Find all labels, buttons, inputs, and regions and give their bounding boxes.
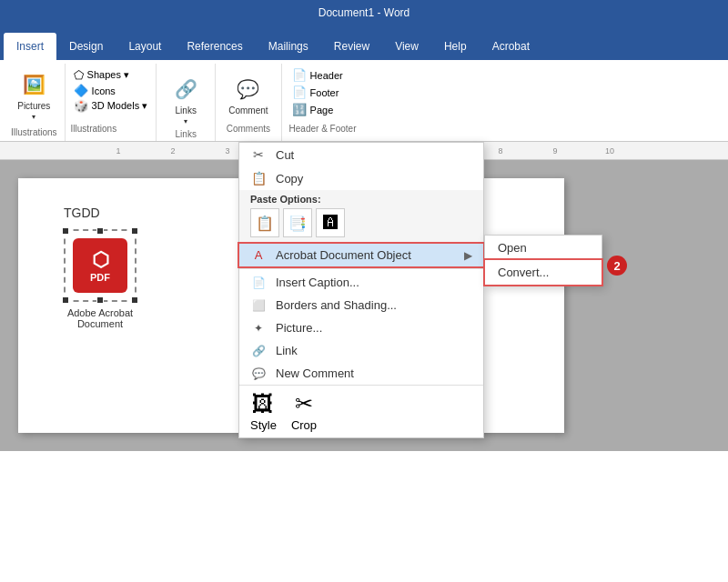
tab-mailings[interactable]: Mailings [256,33,321,60]
icons-icon: 🔷 [74,84,88,97]
borders-icon: ⬜ [250,299,267,312]
handle-tl[interactable] [62,227,69,235]
handle-tm[interactable] [96,227,104,235]
acrobat-submenu: Open Convert... 2 [484,235,602,286]
header-group-label: Header & Footer [289,124,357,137]
crop-label: Crop [291,418,317,432]
pdf-embedded-object[interactable]: ⬡ PDF Adobe AcrobatDocument [64,229,136,329]
comment-button[interactable]: 💬 Comment [223,71,273,119]
style-icon: 🖼 [252,391,274,416]
paste-options-label: Paste Options: [250,194,472,205]
acrobat-icon: A [250,248,267,262]
links-group-label: Links [176,129,197,143]
links-arrow: ▾ [184,117,187,125]
shapes-icon: ⬠ [74,68,84,82]
cut-icon: ✂ [250,147,267,162]
ribbon-group-comments: 💬 Comment Comments [216,64,281,141]
header-icon: 📄 [292,68,307,82]
ctx-cut[interactable]: ✂ Cut [239,143,483,166]
submenu-open[interactable]: Open [485,236,602,260]
handle-br[interactable] [131,296,138,304]
handle-tr[interactable] [131,227,138,235]
context-menu: ✂ Cut 📋 Copy Paste Options: 📋 📑 🅰 A Acro… [238,142,484,438]
comment-label: Comment [228,105,268,115]
3d-label: 3D Models ▾ [92,100,148,112]
borders-label: Borders and Shading... [276,298,397,312]
pictures-arrow: ▾ [32,113,35,121]
ruler-mark-1: 1 [91,146,146,156]
tab-references[interactable]: References [174,33,255,60]
style-label: Style [250,418,277,432]
tab-help[interactable]: Help [431,33,480,60]
ctx-link[interactable]: 🔗 Link [239,339,483,362]
ctx-picture[interactable]: ✦ Picture... [239,316,483,339]
style-button[interactable]: 🖼 Style [250,391,277,432]
handle-bm[interactable] [96,296,104,304]
footer-label: Footer [310,87,339,98]
page-label: Page [310,105,334,115]
ribbon-tabs: Insert Design Layout References Mailings… [0,25,728,60]
insert-caption-label: Insert Caption... [276,276,359,289]
header-button[interactable]: 📄 Header [289,67,357,83]
ruler-mark-10: 10 [582,146,637,156]
page-number-button[interactable]: 🔢 Page [289,102,357,117]
tab-insert[interactable]: Insert [4,33,56,60]
icons-button[interactable]: 🔷 Icons [71,83,151,98]
tab-layout[interactable]: Layout [116,33,174,60]
link-icon: 🔗 [250,345,267,357]
new-comment-label: New Comment [276,366,354,380]
link-label: Link [276,344,298,357]
shapes-button[interactable]: ⬠ Shapes ▾ [71,67,151,83]
ribbon: 🖼️ Pictures ▾ Illustrations ⬠ Shapes ▾ 🔷… [0,60,728,142]
crop-button[interactable]: ✂ Crop [291,391,317,432]
ribbon-group-pictures: 🖼️ Pictures ▾ Illustrations [4,64,66,141]
acrobat-doc-label: Acrobat Document Object [276,248,411,262]
pdf-icon-label: PDF [90,272,110,283]
tab-design[interactable]: Design [56,33,116,60]
ctx-acrobat-doc-object[interactable]: A Acrobat Document Object ▶ [239,244,483,266]
paste-icon-3[interactable]: 🅰 [316,208,345,237]
tab-view[interactable]: View [382,33,431,60]
footer-button[interactable]: 📄 Footer [289,85,357,100]
footer-icon: 📄 [292,85,307,99]
pictures-button[interactable]: 🖼️ Pictures ▾ [12,66,56,125]
submenu-convert[interactable]: Convert... [485,260,602,285]
3d-icon: 🎲 [74,99,88,113]
tab-acrobat[interactable]: Acrobat [480,33,542,60]
illustrations-group: ⬠ Shapes ▾ 🔷 Icons 🎲 3D Models ▾ Illustr… [66,64,157,141]
handle-bl[interactable] [62,296,69,304]
style-crop-toolbar: 🖼 Style ✂ Crop [239,385,483,437]
pictures-icons: 🖼️ Pictures ▾ [12,64,56,127]
cut-label: Cut [276,148,294,162]
3d-models-button[interactable]: 🎲 3D Models ▾ [71,98,151,114]
links-label: Links [176,105,197,115]
submenu-arrow: ▶ [464,249,472,262]
links-button[interactable]: 🔗 Links ▾ [166,71,206,129]
pdf-icon: ⬡ PDF [73,238,127,293]
title-bar: Document1 - Word [0,0,728,25]
ctx-new-comment[interactable]: 💬 New Comment [239,362,483,385]
paste-icon-1[interactable]: 📋 [250,208,279,237]
pdf-selection-border: ⬡ PDF [64,229,136,302]
picture-label: Picture... [276,321,322,335]
crop-icon: ✂ [295,391,313,416]
ctx-borders-shading[interactable]: ⬜ Borders and Shading... [239,294,483,316]
links-icon: 🔗 [171,75,200,104]
header-label: Header [310,70,343,81]
page-icon: 🔢 [292,103,307,116]
copy-icon: 📋 [250,171,267,186]
paste-icon-2[interactable]: 📑 [283,208,312,237]
copy-label: Copy [276,172,303,186]
shapes-label: Shapes ▾ [87,69,129,81]
pictures-group-label: Illustrations [11,127,57,141]
ctx-insert-caption[interactable]: 📄 Insert Caption... [239,271,483,294]
caption-icon: 📄 [250,276,267,289]
illustrations-label: Illustrations [71,124,151,137]
new-comment-icon: 💬 [250,367,267,380]
picture-icon: ✦ [250,322,267,335]
ribbon-group-header-footer: 📄 Header 📄 Footer 🔢 Page Header & Footer [282,64,364,141]
paste-icons-row: 📋 📑 🅰 [250,208,472,237]
ctx-copy[interactable]: 📋 Copy [239,166,483,190]
tab-review[interactable]: Review [321,33,382,60]
separator-1 [239,268,483,269]
